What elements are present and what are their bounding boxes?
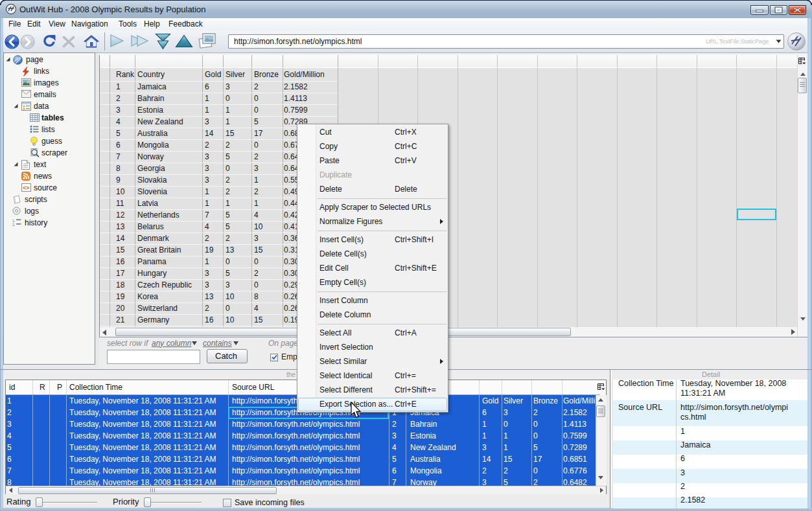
svg-text:2.: 2. <box>12 223 16 227</box>
svg-text:<>: <> <box>23 185 29 191</box>
svg-text:1.: 1. <box>12 219 16 223</box>
